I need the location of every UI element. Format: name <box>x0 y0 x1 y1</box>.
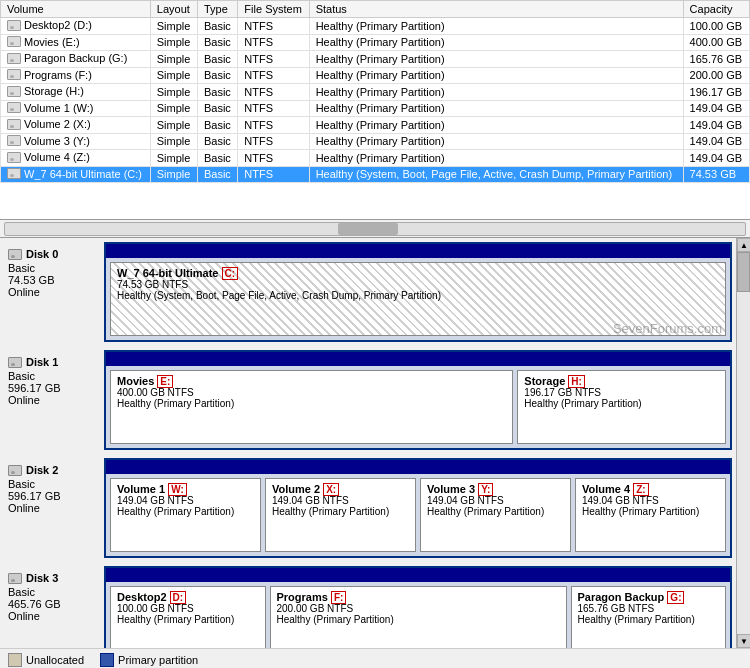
table-cell: Volume 2 (X:) <box>1 117 151 134</box>
horizontal-scrollbar-thumb[interactable] <box>338 223 398 235</box>
partition-2-2[interactable]: Volume 3 Y:149.04 GB NTFSHealthy (Primar… <box>420 478 571 552</box>
table-cell: Programs (F:) <box>1 67 151 84</box>
partition-status: Healthy (Primary Partition) <box>272 506 409 517</box>
table-row[interactable]: W_7 64-bit Ultimate (C:)SimpleBasicNTFSH… <box>1 166 750 183</box>
table-row[interactable]: Paragon Backup (G:)SimpleBasicNTFSHealth… <box>1 51 750 68</box>
partition-status: Healthy (Primary Partition) <box>117 614 259 625</box>
col-type[interactable]: Type <box>197 1 237 18</box>
table-cell: Simple <box>150 100 197 117</box>
col-filesystem[interactable]: File System <box>238 1 309 18</box>
partition-0-0[interactable]: W_7 64-bit Ultimate C:74.53 GB NTFSHealt… <box>110 262 726 336</box>
partition-name: Storage H: <box>524 375 719 387</box>
scroll-track[interactable] <box>737 252 750 634</box>
table-cell: Simple <box>150 67 197 84</box>
table-cell: Simple <box>150 117 197 134</box>
disk-row-2: Disk 2 Basic 596.17 GB Online Volume 1 W… <box>4 458 750 558</box>
table-row[interactable]: Storage (H:)SimpleBasicNTFSHealthy (Prim… <box>1 84 750 101</box>
disk-view-area[interactable]: Disk 0 Basic 74.53 GB Online W_7 64-bit … <box>0 238 750 648</box>
disk-size: 74.53 GB <box>8 274 100 286</box>
partition-1-0[interactable]: Movies E:400.00 GB NTFSHealthy (Primary … <box>110 370 513 444</box>
table-row[interactable]: Programs (F:)SimpleBasicNTFSHealthy (Pri… <box>1 67 750 84</box>
table-cell: NTFS <box>238 150 309 167</box>
table-cell: Basic <box>197 133 237 150</box>
table-cell: Simple <box>150 84 197 101</box>
table-cell: 149.04 GB <box>683 100 749 117</box>
partition-name: Movies E: <box>117 375 506 387</box>
partition-size: 74.53 GB NTFS <box>117 279 719 290</box>
disk-size: 596.17 GB <box>8 490 100 502</box>
table-cell: 165.76 GB <box>683 51 749 68</box>
table-cell: Simple <box>150 166 197 183</box>
table-cell: Basic <box>197 117 237 134</box>
partition-3-0[interactable]: Desktop2 D:100.00 GB NTFSHealthy (Primar… <box>110 586 266 648</box>
table-cell: Basic <box>197 84 237 101</box>
col-layout[interactable]: Layout <box>150 1 197 18</box>
legend-unallocated-label: Unallocated <box>26 654 84 666</box>
table-cell: NTFS <box>238 133 309 150</box>
volume-table-container[interactable]: Volume Layout Type File System Status Ca… <box>0 0 750 220</box>
partition-2-0[interactable]: Volume 1 W:149.04 GB NTFSHealthy (Primar… <box>110 478 261 552</box>
disk-type: Basic <box>8 478 100 490</box>
table-cell: 200.00 GB <box>683 67 749 84</box>
table-cell: Healthy (System, Boot, Page File, Active… <box>309 166 683 183</box>
disk-top-bar <box>106 352 730 366</box>
disk-top-bar <box>106 460 730 474</box>
horizontal-scrollbar-area[interactable] <box>0 220 750 238</box>
table-cell: NTFS <box>238 166 309 183</box>
partition-1-1[interactable]: Storage H:196.17 GB NTFSHealthy (Primary… <box>517 370 726 444</box>
partition-size: 200.00 GB NTFS <box>277 603 560 614</box>
partition-2-1[interactable]: Volume 2 X:149.04 GB NTFSHealthy (Primar… <box>265 478 416 552</box>
disk-row-0: Disk 0 Basic 74.53 GB Online W_7 64-bit … <box>4 242 750 342</box>
disk-size: 465.76 GB <box>8 598 100 610</box>
scroll-down-button[interactable]: ▼ <box>737 634 750 648</box>
table-row[interactable]: Volume 4 (Z:)SimpleBasicNTFSHealthy (Pri… <box>1 150 750 167</box>
table-cell: Basic <box>197 100 237 117</box>
partition-name: Volume 3 Y: <box>427 483 564 495</box>
partition-status: Healthy (Primary Partition) <box>117 506 254 517</box>
horizontal-scrollbar[interactable] <box>4 222 746 236</box>
col-capacity[interactable]: Capacity <box>683 1 749 18</box>
table-row[interactable]: Desktop2 (D:)SimpleBasicNTFSHealthy (Pri… <box>1 18 750 35</box>
partition-status: Healthy (Primary Partition) <box>582 506 719 517</box>
partition-size: 149.04 GB NTFS <box>427 495 564 506</box>
table-cell: Movies (E:) <box>1 34 151 51</box>
table-cell: NTFS <box>238 51 309 68</box>
table-cell: 149.04 GB <box>683 150 749 167</box>
partition-name: Paragon Backup G: <box>578 591 720 603</box>
table-cell: 74.53 GB <box>683 166 749 183</box>
legend-unallocated: Unallocated <box>8 653 84 667</box>
disk-row-1: Disk 1 Basic 596.17 GB Online Movies E:4… <box>4 350 750 450</box>
legend-primary-label: Primary partition <box>118 654 198 666</box>
partition-status: Healthy (Primary Partition) <box>578 614 720 625</box>
volume-table: Volume Layout Type File System Status Ca… <box>0 0 750 183</box>
vertical-scrollbar[interactable]: ▲ ▼ <box>736 238 750 648</box>
table-cell: 100.00 GB <box>683 18 749 35</box>
table-cell: 400.00 GB <box>683 34 749 51</box>
table-cell: 149.04 GB <box>683 133 749 150</box>
disk-size: 596.17 GB <box>8 382 100 394</box>
disk-label-1: Disk 1 Basic 596.17 GB Online <box>4 350 104 450</box>
table-row[interactable]: Volume 2 (X:)SimpleBasicNTFSHealthy (Pri… <box>1 117 750 134</box>
table-cell: Healthy (Primary Partition) <box>309 18 683 35</box>
scroll-up-button[interactable]: ▲ <box>737 238 750 252</box>
disk-state: Online <box>8 394 100 406</box>
partition-3-1[interactable]: Programs F:200.00 GB NTFSHealthy (Primar… <box>270 586 567 648</box>
table-cell: Healthy (Primary Partition) <box>309 67 683 84</box>
scroll-thumb[interactable] <box>737 252 750 292</box>
disk-state: Online <box>8 286 100 298</box>
table-cell: Basic <box>197 51 237 68</box>
table-cell: NTFS <box>238 84 309 101</box>
table-row[interactable]: Volume 3 (Y:)SimpleBasicNTFSHealthy (Pri… <box>1 133 750 150</box>
table-cell: 149.04 GB <box>683 117 749 134</box>
table-row[interactable]: Movies (E:)SimpleBasicNTFSHealthy (Prima… <box>1 34 750 51</box>
partition-3-2[interactable]: Paragon Backup G:165.76 GB NTFSHealthy (… <box>571 586 727 648</box>
disk-partitions: Volume 1 W:149.04 GB NTFSHealthy (Primar… <box>106 474 730 556</box>
table-cell: NTFS <box>238 67 309 84</box>
partition-2-3[interactable]: Volume 4 Z:149.04 GB NTFSHealthy (Primar… <box>575 478 726 552</box>
table-cell: Basic <box>197 34 237 51</box>
col-volume[interactable]: Volume <box>1 1 151 18</box>
table-row[interactable]: Volume 1 (W:)SimpleBasicNTFSHealthy (Pri… <box>1 100 750 117</box>
disk-content-3: Desktop2 D:100.00 GB NTFSHealthy (Primar… <box>104 566 732 648</box>
partition-size: 400.00 GB NTFS <box>117 387 506 398</box>
col-status[interactable]: Status <box>309 1 683 18</box>
